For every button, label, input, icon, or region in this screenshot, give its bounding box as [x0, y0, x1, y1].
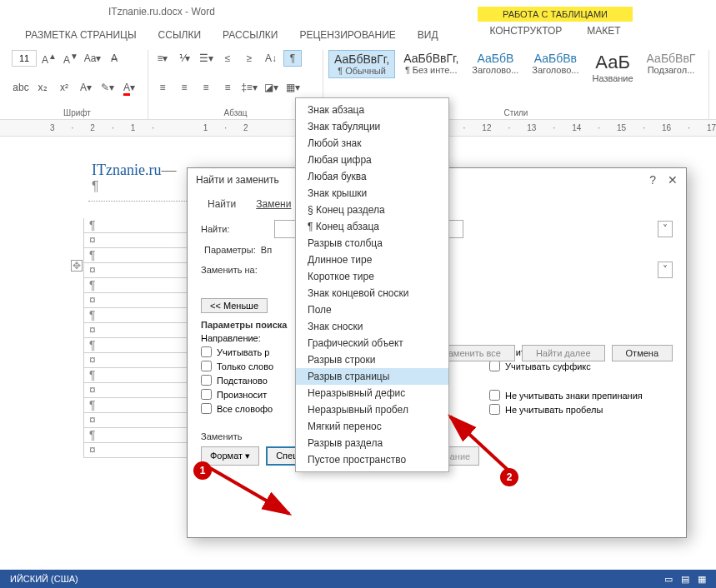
sort-icon[interactable]: A↓ [262, 50, 280, 67]
menu-item[interactable]: Знак абзаца [296, 102, 448, 118]
menu-item[interactable]: Любая цифра [296, 152, 448, 168]
direction-label: Направление: [201, 333, 261, 343]
view-read-icon[interactable]: ▭ [664, 574, 673, 585]
dialog-title-text: Найти и заменить [196, 174, 279, 186]
ribbon-tab[interactable]: РАЗМЕТКА СТРАНИЦЫ [25, 29, 137, 41]
tab-replace[interactable]: Замени [253, 197, 294, 212]
menu-item[interactable]: Неразрывный дефис [296, 385, 448, 401]
left-checks: Учитывать р Только слово Подстаново Прои… [201, 346, 273, 415]
status-bar: ИЙСКИЙ (США) ▭ ▤ ▦ [0, 570, 716, 588]
shading-icon[interactable]: ◪▾ [262, 79, 280, 96]
window-title: ITznanie.ru.docx - Word [108, 6, 215, 17]
arrow-one [210, 468, 310, 529]
style-item[interactable]: АаБбВЗаголово... [467, 50, 523, 77]
check-whole-word[interactable] [201, 361, 212, 371]
text-effects-icon[interactable]: A▾ [77, 79, 95, 96]
decrease-font-icon[interactable]: A▼ [62, 50, 80, 67]
increase-font-icon[interactable]: A▲ [40, 50, 58, 67]
ribbon-tab[interactable]: РЕЦЕНЗИРОВАНИЕ [299, 29, 395, 41]
replace-with-label: Заменить на: [201, 265, 268, 275]
cancel-button[interactable]: Отмена [612, 345, 673, 361]
font-color-icon[interactable]: A▾ [120, 79, 138, 96]
decrease-indent-icon[interactable]: ≤ [218, 50, 237, 67]
table-tools-tab[interactable]: КОНСТРУКТОР [489, 25, 562, 37]
format-button[interactable]: Формат ▾ [201, 446, 259, 466]
check-sounds-like[interactable] [201, 389, 212, 400]
menu-item[interactable]: Разрыв столбца [296, 235, 448, 252]
align-right-icon[interactable]: ≡ [197, 79, 215, 96]
style-normal[interactable]: АаБбВвГг,¶ Обычный [328, 50, 395, 78]
menu-item[interactable]: Графический объект [296, 335, 448, 351]
menu-item[interactable]: § Конец раздела [296, 202, 448, 218]
table-move-handle[interactable]: ✥ [71, 260, 83, 272]
check-word-forms[interactable] [201, 403, 212, 414]
align-left-icon[interactable]: ≡ [153, 79, 172, 96]
menu-item[interactable]: Разрыв строки [296, 351, 448, 368]
style-item[interactable]: АаБбВвГг,¶ Без инте... [398, 50, 463, 77]
increase-indent-icon[interactable]: ≥ [240, 50, 258, 67]
clear-formatting-icon[interactable]: A̶ [105, 50, 123, 67]
help-icon[interactable]: ? [649, 173, 656, 187]
style-item[interactable]: АаБбВвЗаголово... [527, 50, 583, 77]
ribbon-group-label: Абзац [153, 108, 318, 119]
strikethrough-icon[interactable]: abc [12, 79, 30, 96]
menu-item[interactable]: Знак крышки [296, 185, 448, 202]
table-tools-tab[interactable]: МАКЕТ [587, 25, 620, 37]
less-button[interactable]: << Меньше [201, 298, 268, 313]
borders-icon[interactable]: ▦▾ [283, 79, 302, 96]
show-marks-icon[interactable]: ¶ [283, 50, 302, 67]
view-web-icon[interactable]: ▦ [698, 574, 706, 585]
menu-item[interactable]: ¶ Конец абзаца [296, 218, 448, 235]
svg-line-1 [450, 416, 508, 470]
ribbon-group-label: Шрифт [12, 108, 143, 119]
find-dropdown-icon[interactable]: ˅ [658, 221, 673, 237]
ribbon-tab[interactable]: РАССЫЛКИ [223, 29, 278, 41]
special-char-menu: Знак абзацаЗнак табуляцииЛюбой знакЛюбая… [295, 97, 449, 472]
menu-item[interactable]: Разрыв страницы [296, 368, 448, 385]
menu-item[interactable]: Мягкий перенос [296, 418, 448, 435]
check-case[interactable] [201, 346, 212, 357]
ribbon-tab[interactable]: ВИД [418, 29, 438, 41]
replace-dropdown-icon[interactable]: ˅ [658, 262, 673, 278]
svg-line-0 [210, 468, 289, 514]
bullets-icon[interactable]: ≡▾ [153, 50, 172, 67]
menu-item[interactable]: Знак табуляции [296, 118, 448, 135]
menu-item[interactable]: Поле [296, 301, 448, 318]
line-spacing-icon[interactable]: ‡≡▾ [240, 79, 258, 96]
status-language[interactable]: ИЙСКИЙ (США) [10, 574, 78, 584]
superscript-icon[interactable]: x² [55, 79, 73, 96]
font-size-input[interactable] [12, 50, 37, 67]
menu-item[interactable]: Длинное тире [296, 252, 448, 268]
change-case-icon[interactable]: Aa▾ [83, 50, 102, 67]
check-suffix[interactable] [489, 361, 500, 371]
check-wildcards[interactable] [201, 375, 212, 386]
style-item[interactable]: АаБНазвание [587, 50, 638, 85]
menu-item[interactable]: Знак концевой сноски [296, 285, 448, 301]
menu-item[interactable]: Неразрывный пробел [296, 401, 448, 418]
justify-icon[interactable]: ≡ [218, 79, 237, 96]
style-item[interactable]: АаБбВвГПодзагол... [642, 50, 701, 77]
subscript-icon[interactable]: x₂ [33, 79, 52, 96]
numbering-icon[interactable]: ⅟▾ [175, 50, 193, 67]
table-tools-header: РАБОТА С ТАБЛИЦАМИ [478, 7, 633, 22]
tab-find[interactable]: Найти [204, 197, 239, 212]
menu-item[interactable]: Любая буква [296, 168, 448, 185]
ribbon-tabs: РАЗМЕТКА СТРАНИЦЫ ССЫЛКИ РАССЫЛКИ РЕЦЕНЗ… [0, 23, 716, 47]
align-center-icon[interactable]: ≡ [175, 79, 193, 96]
annotation-one: 1 [193, 461, 212, 480]
check-ignore-punct[interactable] [489, 390, 500, 401]
highlight-icon[interactable]: ✎▾ [98, 79, 117, 96]
menu-item[interactable]: Знак сноски [296, 318, 448, 335]
close-icon[interactable]: ✕ [668, 173, 678, 187]
menu-item[interactable]: Любой знак [296, 135, 448, 152]
menu-item[interactable]: Пустое пространство [296, 451, 448, 468]
multilevel-icon[interactable]: ☰▾ [197, 50, 215, 67]
table-tools-group: РАБОТА С ТАБЛИЦАМИ КОНСТРУКТОР МАКЕТ [478, 7, 633, 37]
find-label: Найти: [201, 224, 268, 234]
menu-item[interactable]: Короткое тире [296, 268, 448, 285]
find-next-button[interactable]: Найти далее [522, 345, 605, 361]
view-print-icon[interactable]: ▤ [681, 574, 689, 585]
menu-item[interactable]: Разрыв раздела [296, 435, 448, 451]
annotation-two: 2 [500, 468, 518, 486]
ribbon-tab[interactable]: ССЫЛКИ [158, 29, 201, 41]
